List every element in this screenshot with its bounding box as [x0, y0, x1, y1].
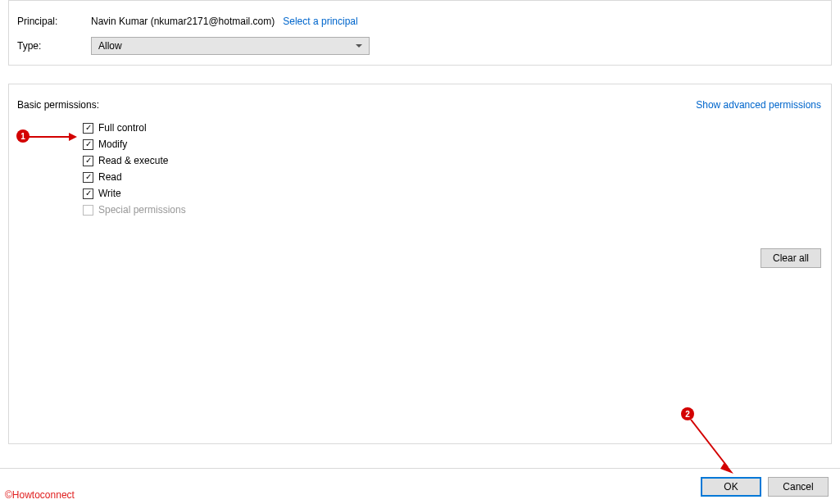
principal-label: Principal: — [17, 16, 91, 27]
checkbox-special-permissions — [83, 205, 93, 216]
type-label: Type: — [17, 40, 91, 52]
perm-label: Modify — [98, 138, 127, 150]
svg-marker-3 — [720, 462, 733, 474]
perm-label: Write — [98, 188, 121, 199]
principal-type-panel: Principal: Navin Kumar (nkumar2171@hotma… — [8, 0, 832, 66]
annotation-badge-2: 2 — [681, 407, 694, 420]
perm-full-control: Full control — [83, 122, 823, 134]
perm-read: Read — [83, 171, 823, 183]
perm-write: Write — [83, 188, 823, 199]
type-select[interactable]: Allow — [91, 37, 370, 55]
watermark-text: ©Howtoconnect — [5, 489, 75, 501]
clear-all-button[interactable]: Clear all — [761, 248, 821, 268]
perm-read-execute: Read & execute — [83, 155, 823, 166]
select-principal-link[interactable]: Select a principal — [283, 16, 357, 27]
checkbox-write[interactable] — [83, 188, 93, 199]
type-row: Type: Allow — [17, 37, 823, 55]
checkbox-full-control[interactable] — [83, 123, 93, 134]
perm-label: Read & execute — [98, 155, 168, 166]
show-advanced-permissions-link[interactable]: Show advanced permissions — [696, 99, 821, 111]
svg-line-2 — [691, 420, 728, 467]
annotation-arrow-1 — [28, 132, 77, 142]
annotation-arrow-2 — [688, 420, 738, 479]
perm-label: Read — [98, 171, 122, 183]
perm-label: Full control — [98, 122, 147, 134]
checkbox-read[interactable] — [83, 172, 93, 183]
principal-value: Navin Kumar (nkumar2171@hotmail.com) — [91, 16, 275, 27]
cancel-button[interactable]: Cancel — [768, 477, 829, 497]
perm-special: Special permissions — [83, 204, 823, 216]
checkbox-read-execute[interactable] — [83, 156, 93, 166]
perm-label: Special permissions — [98, 204, 186, 216]
ok-button[interactable]: OK — [701, 477, 761, 497]
annotation-badge-1: 1 — [16, 129, 30, 143]
chevron-down-icon — [356, 44, 362, 48]
type-select-value: Allow — [98, 40, 122, 52]
principal-row: Principal: Navin Kumar (nkumar2171@hotma… — [17, 16, 823, 27]
checkbox-modify[interactable] — [83, 139, 93, 150]
svg-marker-1 — [69, 133, 77, 141]
perm-modify: Modify — [83, 138, 823, 150]
permissions-panel: Basic permissions: Show advanced permiss… — [8, 84, 832, 444]
permissions-list: Full control Modify Read & execute Read … — [83, 122, 823, 216]
